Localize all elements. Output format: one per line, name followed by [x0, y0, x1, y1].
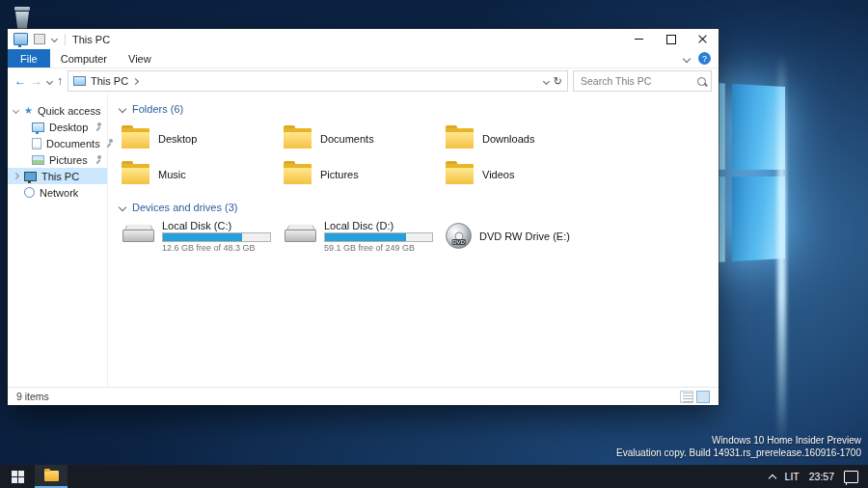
folder-item-music[interactable]: Music [118, 156, 280, 192]
desktop-icon [32, 122, 44, 132]
sidebar-item-label: This PC [41, 171, 79, 182]
disk-usage-bar [162, 232, 271, 242]
drive-free-space: 12.6 GB free of 48.3 GB [162, 243, 271, 253]
status-bar: 9 items [8, 387, 719, 405]
disk-usage-fill [325, 233, 406, 241]
this-pc-icon [73, 76, 86, 86]
search-input[interactable] [579, 74, 693, 88]
search-icon[interactable] [697, 77, 706, 86]
pin-icon [94, 155, 102, 164]
address-location[interactable]: This PC [91, 75, 128, 87]
details-view-button[interactable] [680, 391, 693, 403]
sidebar-item-desktop[interactable]: Desktop [8, 119, 107, 135]
folder-item-videos[interactable]: Videos [442, 156, 604, 192]
sidebar-item-network[interactable]: Network [8, 184, 107, 201]
file-list: Folders (6) Desktop Documents Downloads [108, 94, 719, 387]
ribbon-tab-strip: File Computer View ? [8, 49, 719, 68]
sidebar-item-label: Desktop [49, 122, 88, 133]
titlebar[interactable]: This PC [8, 29, 719, 49]
address-row: ← → ↑ This PC ↻ [8, 68, 719, 94]
drive-name: Local Disk (C:) [162, 220, 271, 231]
watermark-line2: Evaluation copy. Build 14931.rs_prerelea… [616, 447, 861, 459]
folders-grid: Desktop Documents Downloads Music Pictur… [118, 121, 614, 192]
drive-item-dvd[interactable]: DVD DVD RW Drive (E:) [442, 219, 604, 253]
collapse-group-chevron-icon[interactable] [119, 203, 126, 211]
minimize-button[interactable] [623, 29, 655, 49]
large-icons-view-button[interactable] [696, 391, 710, 403]
language-indicator[interactable]: LIT [785, 471, 800, 482]
folder-label: Documents [320, 133, 374, 145]
action-center-icon[interactable] [844, 471, 858, 483]
tab-computer[interactable]: Computer [50, 49, 118, 68]
sidebar-item-pictures[interactable]: Pictures [8, 151, 107, 168]
qat-customize-chevron-icon[interactable] [51, 36, 58, 42]
tab-view[interactable]: View [118, 49, 162, 68]
drive-free-space: 59.1 GB free of 249 GB [324, 243, 433, 253]
file-explorer-icon [44, 471, 59, 481]
folder-item-desktop[interactable]: Desktop [118, 121, 280, 156]
network-icon [24, 187, 35, 198]
recent-locations-chevron-icon[interactable] [46, 77, 53, 84]
folder-item-documents[interactable]: Documents [280, 121, 442, 156]
folder-icon [122, 164, 149, 184]
insider-watermark: Windows 10 Home Insider Preview Evaluati… [616, 434, 861, 459]
dvd-drive-icon: DVD [446, 223, 472, 249]
item-count: 9 items [16, 391, 49, 402]
clock[interactable]: 23:57 [809, 471, 834, 482]
group-header-devices[interactable]: Devices and drives (3) [120, 200, 719, 215]
expand-chevron-icon[interactable] [13, 107, 19, 114]
explorer-window: This PC File Computer View ? ← → ↑ This … [8, 29, 719, 405]
folder-icon [446, 164, 474, 184]
folder-icon [446, 128, 474, 149]
computer-icon [24, 172, 37, 181]
sidebar-item-quick-access[interactable]: ★ Quick access [8, 102, 107, 119]
folder-label: Music [158, 169, 186, 180]
system-tray: LIT 23:57 [770, 465, 868, 488]
disk-usage-fill [163, 233, 242, 241]
group-label: Folders (6) [132, 103, 183, 115]
address-bar[interactable]: This PC ↻ [68, 70, 568, 92]
search-box[interactable] [573, 70, 712, 92]
pictures-icon [32, 155, 44, 165]
dvd-badge: DVD [451, 239, 466, 245]
drive-item-d[interactable]: Local Disc (D:) 59.1 GB free of 249 GB [280, 219, 442, 253]
folder-icon [284, 164, 312, 184]
recycle-bin-lid [14, 7, 30, 11]
drives-grid: Local Disk (C:) 12.6 GB free of 48.3 GB … [118, 219, 614, 253]
show-hidden-icons-chevron-icon[interactable] [768, 474, 775, 481]
up-button[interactable]: ↑ [57, 75, 63, 87]
sidebar-item-this-pc[interactable]: This PC [8, 168, 107, 184]
maximize-button[interactable] [655, 29, 687, 49]
recycle-bin-body [15, 12, 29, 29]
address-dropdown-chevron-icon[interactable] [543, 77, 550, 84]
back-button[interactable]: ← [14, 75, 26, 87]
folder-item-downloads[interactable]: Downloads [442, 121, 604, 156]
folder-icon [284, 128, 312, 149]
collapse-chevron-icon[interactable] [13, 173, 19, 179]
address-chevron-icon[interactable] [132, 77, 139, 84]
drive-name: Local Disc (D:) [324, 220, 433, 231]
sidebar-item-documents[interactable]: Documents [8, 135, 107, 151]
collapse-group-chevron-icon[interactable] [119, 105, 126, 113]
folder-item-pictures[interactable]: Pictures [280, 156, 442, 192]
sidebar-item-label: Pictures [49, 154, 88, 166]
windows-start-icon [12, 471, 24, 483]
hard-drive-icon [122, 219, 154, 244]
start-button[interactable] [0, 465, 35, 488]
wallpaper-light-beam [777, 54, 786, 444]
quick-access-toolbar-icon[interactable] [34, 34, 45, 44]
tab-file[interactable]: File [8, 49, 50, 68]
taskbar-file-explorer-button[interactable] [35, 465, 68, 488]
navigation-pane: ★ Quick access Desktop Documents Picture… [8, 94, 108, 387]
expand-ribbon-chevron-icon[interactable] [683, 54, 691, 62]
close-button[interactable] [687, 29, 719, 49]
drive-item-c[interactable]: Local Disk (C:) 12.6 GB free of 48.3 GB [118, 219, 280, 253]
group-header-folders[interactable]: Folders (6) [120, 101, 719, 117]
refresh-icon[interactable]: ↻ [554, 75, 562, 88]
recycle-bin-icon[interactable] [12, 5, 33, 31]
documents-icon [32, 138, 41, 149]
help-icon[interactable]: ? [698, 52, 711, 65]
taskbar: LIT 23:57 [0, 465, 868, 488]
forward-button[interactable]: → [31, 75, 42, 87]
this-pc-app-icon [14, 33, 28, 45]
